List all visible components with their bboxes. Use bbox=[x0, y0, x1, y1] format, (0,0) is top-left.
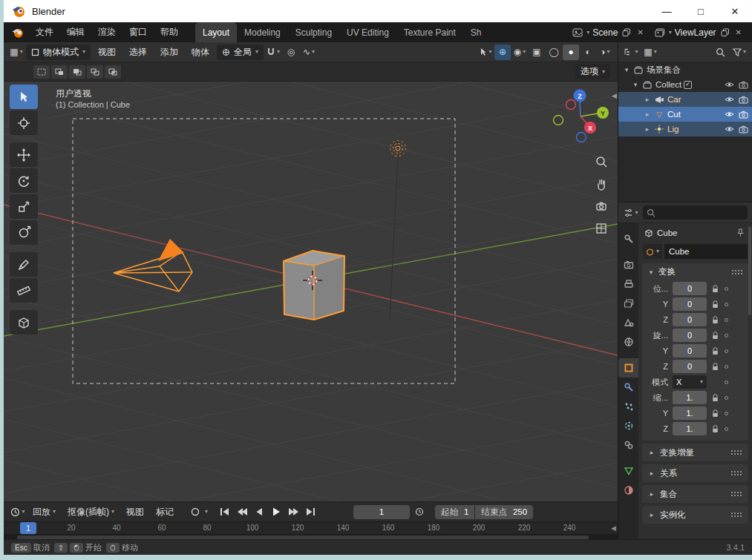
mode-dropdown[interactable]: 物体模式 ▾ bbox=[26, 45, 91, 60]
pan-hand-button[interactable] bbox=[592, 175, 610, 193]
animate-dot[interactable] bbox=[725, 334, 728, 337]
shading-material-icon[interactable]: ◐ bbox=[580, 45, 596, 60]
shading-rendered-icon[interactable]: ◑▾ bbox=[597, 45, 613, 60]
properties-editor-icon[interactable]: ▾ bbox=[623, 205, 639, 220]
camera-object-label[interactable]: Car bbox=[667, 95, 681, 104]
transform-panel-header[interactable]: ▾ 变换 bbox=[642, 263, 748, 280]
select-mode-intersect-icon[interactable] bbox=[105, 65, 121, 79]
panel-grip[interactable] bbox=[730, 491, 742, 497]
lock-icon[interactable] bbox=[712, 363, 719, 371]
ortho-toggle-button[interactable] bbox=[592, 220, 610, 237]
rotation-y-field[interactable]: 0 bbox=[673, 344, 707, 358]
autokey-toggle-icon[interactable] bbox=[188, 505, 203, 518]
delta-transform-section[interactable]: ▸ 变换增量 bbox=[642, 444, 748, 461]
object-id-icon[interactable]: ▾ bbox=[643, 244, 662, 259]
disable-render-camera-icon[interactable] bbox=[737, 108, 749, 120]
playhead[interactable]: 1 bbox=[20, 522, 36, 534]
properties-tab-scene[interactable] bbox=[618, 313, 638, 332]
outliner-search-icon[interactable] bbox=[712, 45, 728, 60]
disable-render-camera-icon[interactable] bbox=[737, 123, 749, 135]
cube-object-label[interactable]: Cut bbox=[667, 110, 681, 119]
blender-menu-icon[interactable] bbox=[11, 26, 24, 39]
breadcrumb-object-name[interactable]: Cube bbox=[657, 228, 678, 237]
relations-section[interactable]: ▸ 关系 bbox=[642, 464, 748, 482]
editor-type-icon[interactable]: ▦▾ bbox=[8, 45, 24, 60]
overlays-toggle-icon[interactable]: ◉▾ bbox=[511, 45, 528, 60]
disclosure-icon[interactable]: ▾ bbox=[623, 66, 630, 73]
pin-icon[interactable] bbox=[734, 227, 746, 239]
select-menu[interactable]: 选择 bbox=[123, 46, 153, 59]
animate-dot[interactable] bbox=[725, 365, 728, 369]
light-object[interactable] bbox=[390, 141, 406, 157]
scene-collection-row[interactable]: ▾ 场景集合 bbox=[618, 62, 752, 77]
properties-tab-modifiers[interactable] bbox=[618, 378, 638, 397]
properties-tab-viewlayer[interactable] bbox=[618, 294, 638, 313]
xray-toggle-icon[interactable]: ▣ bbox=[529, 45, 545, 60]
select-mode-invert-icon[interactable] bbox=[87, 65, 103, 79]
timeline-scroll-thumb[interactable] bbox=[17, 536, 589, 539]
instancing-section[interactable]: ▸ 实例化 bbox=[642, 506, 748, 524]
properties-tab-object[interactable] bbox=[618, 358, 638, 378]
collections-section[interactable]: ▸ 集合 bbox=[642, 485, 748, 503]
play-button[interactable] bbox=[269, 505, 284, 518]
timeline-ruler[interactable]: 20 40 60 80 100 120 140 160 180 200 220 … bbox=[4, 521, 618, 534]
cube-object-row[interactable]: ▸ ▽ Cut bbox=[618, 107, 752, 122]
disable-render-camera-icon[interactable] bbox=[737, 79, 749, 90]
light-object-label[interactable]: Lig bbox=[667, 125, 679, 134]
disclosure-icon[interactable]: ▸ bbox=[644, 111, 651, 118]
maximize-button[interactable]: □ bbox=[684, 0, 718, 22]
lock-icon[interactable] bbox=[712, 300, 719, 309]
menu-window[interactable]: 窗口 bbox=[122, 26, 154, 39]
workspace-tab-shading[interactable]: Sh bbox=[463, 22, 489, 42]
remove-viewlayer-icon[interactable]: ✕ bbox=[734, 28, 743, 36]
hide-eye-icon[interactable] bbox=[723, 108, 735, 120]
viewlayer-dropdown-caret[interactable]: ▾ bbox=[669, 30, 672, 36]
camera-object-row[interactable]: ▸ Car bbox=[618, 92, 752, 107]
panel-grip[interactable] bbox=[730, 470, 742, 476]
animate-dot[interactable] bbox=[725, 412, 728, 415]
animate-dot[interactable] bbox=[725, 287, 728, 291]
hide-eye-icon[interactable] bbox=[723, 93, 735, 105]
rotation-z-field[interactable]: 0 bbox=[673, 360, 707, 373]
jump-to-start-button[interactable] bbox=[218, 505, 232, 518]
properties-tab-object-data[interactable] bbox=[618, 461, 638, 481]
menu-help[interactable]: 帮助 bbox=[154, 26, 185, 39]
sidebar-toggle-arrow[interactable]: ◀ bbox=[612, 92, 617, 99]
location-z-field[interactable]: 0 bbox=[673, 313, 707, 326]
workspace-tab-texture-paint[interactable]: Texture Paint bbox=[396, 22, 463, 42]
lock-icon[interactable] bbox=[712, 409, 719, 418]
lock-icon[interactable] bbox=[712, 332, 719, 340]
workspace-tab-modeling[interactable]: Modeling bbox=[237, 22, 288, 42]
gizmo-toggle-icon[interactable]: ⊕ bbox=[494, 45, 511, 60]
keying-menu[interactable]: 抠像(插帧)▾ bbox=[62, 506, 120, 518]
animate-dot[interactable] bbox=[725, 381, 728, 384]
play-reverse-button[interactable] bbox=[252, 505, 267, 518]
new-scene-icon[interactable] bbox=[621, 27, 632, 39]
current-frame-field[interactable]: 1 bbox=[353, 505, 410, 519]
camera-object[interactable] bbox=[114, 239, 192, 291]
menu-render[interactable]: 渲染 bbox=[91, 26, 122, 39]
rotate-tool[interactable] bbox=[10, 168, 38, 193]
scale-z-field[interactable]: 1. bbox=[673, 422, 707, 435]
disclosure-icon[interactable]: ▾ bbox=[632, 81, 639, 88]
panel-grip[interactable] bbox=[731, 269, 743, 275]
viewlayer-icon[interactable] bbox=[654, 27, 666, 39]
browse-scene-icon[interactable] bbox=[572, 27, 583, 39]
select-mode-subtract-icon[interactable] bbox=[69, 65, 85, 79]
minimize-button[interactable]: — bbox=[650, 0, 684, 22]
viewport-3d[interactable]: Z Y X 用户透视 (1) Collection | Cube ◀ bbox=[4, 82, 618, 501]
properties-search-input[interactable] bbox=[643, 205, 748, 220]
unlink-scene-icon[interactable]: ✕ bbox=[635, 28, 644, 36]
scene-name[interactable]: Scene bbox=[592, 27, 618, 38]
hide-eye-icon[interactable] bbox=[723, 79, 735, 90]
properties-tab-particles[interactable] bbox=[618, 397, 638, 416]
animate-dot[interactable] bbox=[725, 318, 728, 322]
frame-end-field[interactable]: 结束点 250 bbox=[475, 505, 533, 519]
shading-solid-icon[interactable]: ● bbox=[563, 45, 579, 60]
properties-tab-physics[interactable] bbox=[618, 416, 638, 435]
properties-tab-tool[interactable] bbox=[618, 229, 638, 248]
disable-render-camera-icon[interactable] bbox=[737, 93, 749, 105]
measure-tool[interactable] bbox=[10, 278, 38, 303]
view-menu[interactable]: 视图 bbox=[92, 46, 122, 59]
outliner-display-mode-icon[interactable]: ▦▾ bbox=[642, 45, 658, 60]
